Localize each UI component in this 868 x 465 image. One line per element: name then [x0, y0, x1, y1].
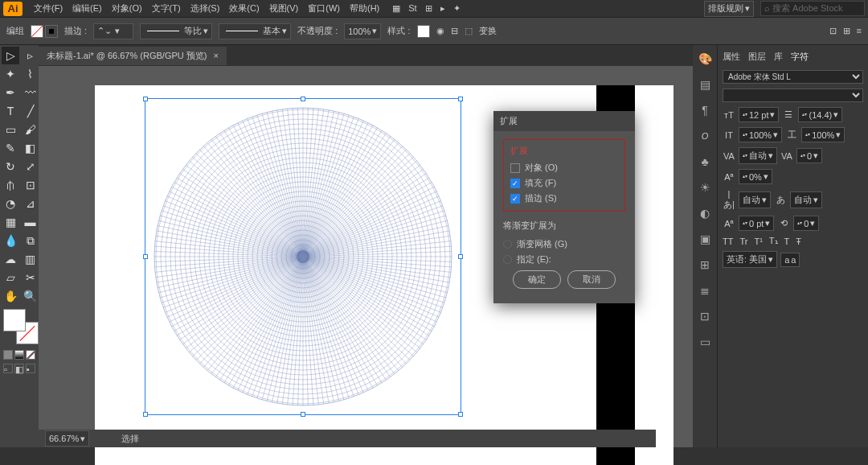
opt-menu-icon[interactable]: ≡ — [857, 26, 862, 36]
zoom-select[interactable]: 66.67%▾ — [45, 430, 89, 446]
fill-checkbox[interactable]: ✓ — [510, 179, 520, 188]
search-input[interactable]: ⌕ 搜索 Adobe Stock — [760, 1, 865, 16]
style-swatch[interactable] — [417, 25, 430, 38]
bridge-icon[interactable]: ▦ — [392, 3, 400, 14]
lang-field[interactable]: 英语: 美国▾ — [723, 251, 777, 268]
tab-close-icon[interactable]: × — [213, 51, 218, 60]
recolor-icon[interactable]: ◉ — [436, 26, 444, 36]
baseline-field[interactable]: ▴▾0%▾ — [739, 169, 772, 184]
edit-icon[interactable]: ⊞ — [843, 26, 850, 36]
aa-field[interactable]: aa — [780, 253, 800, 267]
tab-character[interactable]: 字符 — [791, 51, 809, 63]
menu-select[interactable]: 选择(S) — [186, 2, 225, 14]
arrange-icon[interactable]: ⊞ — [425, 3, 432, 14]
rot-field[interactable]: ▴▾0 pt▾ — [739, 216, 774, 231]
kern-field[interactable]: ▴▾自动▾ — [739, 147, 777, 164]
underline-icon[interactable]: T — [784, 237, 790, 246]
swatches-panel-icon[interactable]: ▤ — [698, 77, 712, 92]
sup-icon[interactable]: T¹ — [754, 237, 762, 246]
artboard-tool[interactable]: ▱ — [2, 269, 19, 286]
stroke-swatch[interactable] — [45, 25, 58, 38]
brush-def[interactable]: 基本▾ — [219, 23, 291, 39]
color-picker[interactable] — [3, 309, 39, 344]
shape-icon[interactable]: ⬚ — [465, 26, 473, 36]
font-style-select[interactable] — [723, 88, 863, 102]
auto2-field[interactable]: 自动▾ — [790, 191, 822, 208]
free-transform-tool[interactable]: ⊡ — [22, 176, 39, 194]
tab-layers[interactable]: 图层 — [748, 51, 766, 63]
hscale-field[interactable]: ▴▾100%▾ — [801, 127, 845, 142]
artboards-panel-icon[interactable]: ▭ — [698, 335, 712, 349]
perspective-tool[interactable]: ⊿ — [22, 195, 39, 212]
caps-tr[interactable]: Tr — [739, 237, 747, 246]
stroke-weight[interactable]: ⌃⌄▾ — [93, 23, 133, 39]
screen-mode-row[interactable]: ▫◧▪ — [2, 362, 40, 375]
align-icon[interactable]: ⊟ — [451, 26, 458, 36]
shaper-tool[interactable]: ✎ — [2, 139, 19, 157]
caps-tt[interactable]: TT — [723, 237, 733, 246]
brush-tool[interactable]: 🖌 — [22, 121, 39, 138]
tab-libraries[interactable]: 库 — [774, 51, 783, 63]
rocket-icon[interactable]: ✦ — [453, 3, 461, 14]
menu-effect[interactable]: 效果(C) — [224, 2, 264, 14]
track-field[interactable]: ▴▾0▾ — [796, 148, 822, 163]
eraser-tool[interactable]: ◧ — [22, 139, 39, 157]
workspace-select[interactable]: 排版规则▾ — [704, 1, 754, 17]
zoom-tool[interactable]: 🔍 — [22, 287, 39, 305]
curvature-tool[interactable]: 〰 — [22, 84, 39, 101]
document-tab[interactable]: 未标题-1.ai* @ 66.67% (RGB/GPU 预览) × — [39, 47, 227, 65]
font-size-field[interactable]: ▴▾12 pt▾ — [739, 107, 779, 122]
font-family-select[interactable]: Adobe 宋体 Std L — [723, 70, 863, 84]
stroke-checkbox[interactable]: ✓ — [510, 194, 520, 204]
line-tool[interactable]: ╱ — [22, 102, 39, 120]
rot2-field[interactable]: ▴▾0▾ — [793, 216, 819, 231]
menu-file[interactable]: 文件(F) — [29, 2, 68, 14]
strike-icon[interactable]: Ŧ — [796, 237, 801, 246]
asset-panel-icon[interactable]: ⊡ — [698, 309, 712, 323]
menu-window[interactable]: 窗口(W) — [303, 2, 345, 14]
stroke-panel-icon[interactable]: ♣ — [698, 154, 712, 169]
color-panel-icon[interactable]: 🎨 — [698, 51, 712, 66]
leading-field[interactable]: ▴▾(14.4)▾ — [798, 107, 842, 122]
gradient-tool[interactable]: ▬ — [22, 213, 39, 231]
type-tool[interactable]: T — [2, 102, 19, 120]
stock-icon[interactable]: St — [408, 3, 416, 14]
width-tool[interactable]: ⫛ — [2, 176, 19, 194]
transform-label[interactable]: 变换 — [479, 25, 497, 37]
lasso-tool[interactable]: ⌇ — [22, 65, 39, 83]
tab-properties[interactable]: 属性 — [723, 51, 740, 63]
symbols-panel-icon[interactable]: O — [698, 129, 712, 143]
menu-object[interactable]: 对象(O) — [107, 2, 147, 14]
appearance-panel-icon[interactable]: ▣ — [698, 232, 712, 246]
isolate-icon[interactable]: ⊡ — [829, 26, 837, 36]
stroke-profile[interactable]: 等比▾ — [140, 23, 212, 39]
cancel-button[interactable]: 取消 — [567, 270, 616, 289]
rotate-tool[interactable]: ↻ — [2, 158, 19, 175]
opacity-field[interactable]: 100%▾ — [344, 23, 381, 39]
menu-edit[interactable]: 编辑(E) — [68, 2, 107, 14]
graphic-styles-icon[interactable]: ⊞ — [698, 257, 712, 272]
layers-panel-icon[interactable]: ≣ — [698, 283, 712, 298]
menu-type[interactable]: 文字(T) — [147, 2, 186, 14]
transparency-panel-icon[interactable]: ◐ — [698, 206, 712, 220]
auto1-field[interactable]: 自动▾ — [739, 191, 771, 208]
menu-help[interactable]: 帮助(H) — [345, 2, 384, 14]
color-mode-row[interactable] — [2, 348, 40, 361]
rect-tool[interactable]: ▭ — [2, 121, 19, 138]
magic-wand-tool[interactable]: ✦ — [2, 65, 19, 83]
gradient-panel-icon[interactable]: ☀ — [698, 180, 712, 195]
ok-button[interactable]: 确定 — [513, 270, 561, 289]
eyedropper-tool[interactable]: 💧 — [2, 232, 19, 249]
scale-tool[interactable]: ⤢ — [22, 158, 39, 175]
pen-tool[interactable]: ✒ — [2, 84, 19, 101]
mesh-tool[interactable]: ▦ — [2, 213, 19, 231]
menu-view[interactable]: 视图(V) — [264, 2, 304, 14]
sub-icon[interactable]: T₁ — [769, 236, 778, 246]
selection-tool[interactable]: ▷ — [2, 47, 19, 64]
hand-tool[interactable]: ✋ — [2, 287, 19, 305]
brushes-panel-icon[interactable]: ¶ — [698, 103, 712, 117]
graph-tool[interactable]: ▥ — [22, 250, 39, 268]
gpu-icon[interactable]: ▸ — [440, 3, 445, 14]
blend-tool[interactable]: ⧉ — [22, 232, 39, 249]
direct-select-tool[interactable]: ▹ — [22, 47, 39, 64]
